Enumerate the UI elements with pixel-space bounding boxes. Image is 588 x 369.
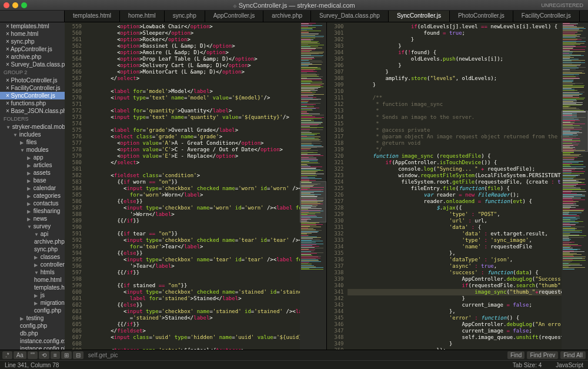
left-pane: 559 560 561 562 563 564 565 566 567 568 … xyxy=(65,22,326,350)
disclosure-icon: ▶ xyxy=(27,201,32,207)
folder-item[interactable]: ▶ calendar xyxy=(0,184,65,192)
tab[interactable]: home.html xyxy=(120,11,165,22)
folder-item[interactable]: ▼ htmls xyxy=(0,268,65,276)
unregistered-badge: UNREGISTERED xyxy=(541,2,583,8)
disclosure-icon: ▶ xyxy=(34,255,39,260)
sidebar-spacer xyxy=(0,11,65,22)
file-item[interactable]: archive.php xyxy=(0,238,65,245)
traffic-lights xyxy=(4,2,27,8)
file-item[interactable]: config.php xyxy=(0,322,65,330)
disclosure-icon: ▶ xyxy=(20,140,25,145)
main-area: × templates.html × home.html × sync.php … xyxy=(0,22,588,350)
disclosure-icon: ▼ xyxy=(34,270,39,275)
status-bar: Line 341, Column 78 Tab Size: 4 JavaScri… xyxy=(0,360,588,369)
tab-size[interactable]: Tab Size: 4 xyxy=(513,362,542,368)
folder-item[interactable]: ▼ survey xyxy=(0,222,65,230)
minimap-left[interactable] xyxy=(300,22,326,350)
sidebar-group: GROUP 2 xyxy=(0,68,65,77)
file-item[interactable]: × templates.html xyxy=(0,22,65,30)
find-all-button[interactable]: Find All xyxy=(560,351,586,359)
tab[interactable]: archive.php xyxy=(263,11,311,22)
maximize-icon[interactable] xyxy=(21,2,27,8)
tab[interactable]: PhotoController.js xyxy=(450,11,513,22)
file-item[interactable]: db.php xyxy=(0,330,65,337)
disclosure-icon: ▶ xyxy=(27,178,32,184)
disclosure-icon: ▶ xyxy=(34,262,39,268)
disclosure-icon: ▶ xyxy=(27,186,32,191)
folder-item[interactable]: ▶ controllers xyxy=(0,261,65,268)
file-item[interactable]: × archive.php xyxy=(0,53,65,61)
gutter-left: 559 560 561 562 563 564 565 566 567 568 … xyxy=(65,22,85,350)
tab[interactable]: SyncController.js xyxy=(389,11,450,22)
file-item[interactable]: × Survey_Data.class.php xyxy=(0,61,65,68)
disclosure-icon: ▶ xyxy=(34,293,39,298)
folder-item[interactable]: ▶ classes xyxy=(0,253,65,261)
find-option-button[interactable]: ⊟ xyxy=(73,351,83,359)
folder-item[interactable]: ▶ base xyxy=(0,177,65,184)
symbol-path[interactable]: self.get_pic xyxy=(83,352,123,358)
window-title: SyncController.js — stryker-medical.com xyxy=(233,2,355,9)
disclosure-icon: ▶ xyxy=(27,217,32,222)
find-option-button[interactable]: "" xyxy=(28,351,38,359)
sidebar-group: FOLDERS xyxy=(0,115,65,123)
tab[interactable]: templates.html xyxy=(65,11,120,22)
folder-item[interactable]: ▶ assets xyxy=(0,169,65,177)
file-item[interactable]: × home.html xyxy=(0,30,65,38)
sidebar[interactable]: × templates.html × home.html × sync.php … xyxy=(0,22,65,350)
folder-item[interactable]: ▶ articles xyxy=(0,161,65,169)
gutter-right: 300 301 302 303 304 305 306 307 308 309 … xyxy=(327,22,348,350)
disclosure-icon: ▼ xyxy=(34,232,39,237)
file-item[interactable]: sync.php xyxy=(0,245,65,253)
file-item[interactable]: × Base_JSON.class.php xyxy=(0,107,65,115)
folder-item[interactable]: ▼ stryker-medical.mobi xyxy=(0,123,65,131)
folder-item[interactable]: ▼ modules xyxy=(0,146,65,154)
folder-item[interactable]: ▼ includes xyxy=(0,131,65,138)
file-item[interactable]: templates.html xyxy=(0,284,65,291)
find-button[interactable]: Find xyxy=(507,351,524,359)
file-item[interactable]: home.html xyxy=(0,276,65,284)
tab[interactable]: AppController.js xyxy=(205,11,264,22)
folder-item[interactable]: ▶ news xyxy=(0,215,65,222)
find-option-button[interactable]: Aa xyxy=(14,351,26,359)
folder-item[interactable]: ▶ categories xyxy=(0,192,65,200)
folder-item[interactable]: ▶ app xyxy=(0,154,65,161)
disclosure-icon: ▼ xyxy=(6,125,11,130)
folder-item[interactable]: ▼ api xyxy=(0,230,65,238)
file-item[interactable]: × FacilityController.js xyxy=(0,84,65,92)
disclosure-icon: ▶ xyxy=(34,301,39,306)
folder-item[interactable]: ▶ testing xyxy=(0,314,65,322)
code-right[interactable]: if(oldLevels[j].level == newLevels[i].le… xyxy=(348,22,562,350)
folder-item[interactable]: ▶ contactus xyxy=(0,200,65,207)
find-bar: .*Aa""⟲≡⊞⊟ self.get_pic Find Find Prev F… xyxy=(0,350,588,360)
disclosure-icon: ▼ xyxy=(20,148,25,153)
file-item[interactable]: × functions.php xyxy=(0,99,65,107)
file-item[interactable]: instance.config.example xyxy=(0,337,65,345)
tab[interactable]: Survey_Data.class.php xyxy=(311,11,389,22)
find-option-button[interactable]: ⟲ xyxy=(39,351,49,359)
file-item[interactable]: × SyncController.js xyxy=(0,92,65,99)
tab[interactable]: FacilityController.js xyxy=(513,11,580,22)
code-left[interactable]: <option>Lowback Chair</option> <option>S… xyxy=(85,22,300,350)
find-option-button[interactable]: .* xyxy=(2,351,12,359)
file-item[interactable]: instance.config.php xyxy=(0,345,65,350)
disclosure-icon: ▶ xyxy=(27,209,32,214)
folder-item[interactable]: ▶ js xyxy=(0,291,65,299)
minimize-icon[interactable] xyxy=(12,2,18,8)
tab[interactable]: SyncController.js xyxy=(580,11,588,22)
find-prev-button[interactable]: Find Prev xyxy=(527,351,558,359)
find-option-button[interactable]: ≡ xyxy=(51,351,60,359)
file-item[interactable]: × PhotoController.js xyxy=(0,77,65,84)
folder-item[interactable]: ▶ filesharing xyxy=(0,207,65,215)
folder-item[interactable]: ▶ migrations xyxy=(0,299,65,307)
syntax-mode[interactable]: JavaScript xyxy=(556,362,583,368)
file-item[interactable]: × AppController.js xyxy=(0,45,65,53)
folder-item[interactable]: ▶ files xyxy=(0,138,65,146)
disclosure-icon: ▼ xyxy=(27,224,32,230)
find-option-button[interactable]: ⊞ xyxy=(61,351,72,359)
tab[interactable]: sync.php xyxy=(165,11,205,22)
close-icon[interactable] xyxy=(4,2,9,8)
minimap-right[interactable] xyxy=(562,22,588,350)
file-item[interactable]: × sync.php xyxy=(0,38,65,45)
cursor-position[interactable]: Line 341, Column 78 xyxy=(5,362,59,368)
file-item[interactable]: config.php xyxy=(0,307,65,314)
